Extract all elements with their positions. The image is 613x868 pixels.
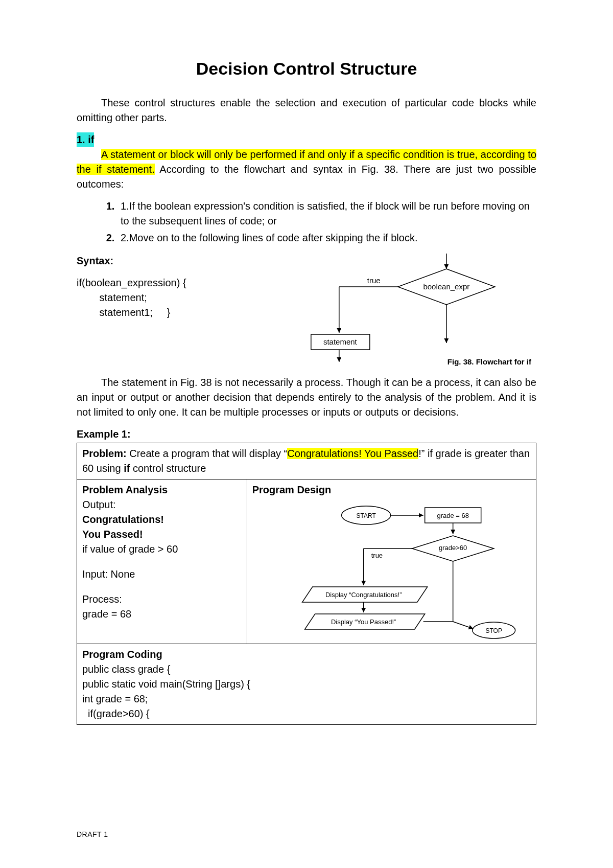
problem-highlight: Congratulations! You Passed	[287, 448, 418, 459]
analysis-heading: Problem Analysis	[82, 483, 242, 497]
svg-text:grade>60: grade>60	[439, 544, 467, 552]
if-description: A statement or block will only be perfor…	[77, 147, 536, 192]
svg-text:grade = 68: grade = 68	[437, 512, 469, 519]
svg-text:true: true	[371, 552, 382, 559]
svg-text:START: START	[356, 512, 376, 519]
problem-bold-if: if	[124, 463, 130, 474]
output-label: Output:	[82, 497, 242, 512]
outcome-2: 2.Move on to the following lines of code…	[117, 231, 536, 245]
coding-cell: Program Coding public class grade { publ…	[77, 644, 536, 725]
section-if-label: 1. if	[77, 132, 94, 147]
svg-line-25	[453, 622, 473, 629]
intro-paragraph: These control structures enable the sele…	[77, 96, 536, 125]
design-cell: Program Design START	[247, 479, 536, 644]
coding-code: public class grade { public static void …	[82, 662, 531, 721]
fig38-caption: Fig. 38. Flowchart for if	[447, 356, 531, 368]
problem-cell: Problem: Create a program that will disp…	[77, 443, 536, 479]
input-label: Input: None	[82, 567, 242, 582]
statement-box: statement	[323, 337, 358, 346]
coding-heading: Program Coding	[82, 647, 531, 662]
svg-text:STOP: STOP	[485, 627, 502, 634]
flowchart-if: boolean_expr true statement Fig. 38. Flo…	[290, 254, 536, 366]
process-label: Process:	[82, 592, 242, 607]
syntax-heading: Syntax:	[77, 254, 286, 268]
example-table: Problem: Create a program that will disp…	[77, 443, 536, 725]
output-cond: if value of grade > 60	[82, 542, 242, 557]
true-label: true	[367, 276, 381, 285]
problem-pre: Create a program that will display “	[127, 448, 288, 459]
outcomes-list: 1.If the boolean expression's condition …	[77, 199, 536, 245]
design-heading: Program Design	[252, 483, 531, 497]
paragraph-2: The statement in Fig. 38 is not necessar…	[77, 375, 536, 420]
svg-text:Display “Congratulations!”: Display “Congratulations!”	[325, 591, 402, 599]
svg-text:Display “You Passed!”: Display “You Passed!”	[331, 618, 396, 626]
program-design-flowchart: START grade = 68 grade>60 true	[252, 497, 531, 641]
example1-heading: Example 1:	[77, 427, 536, 442]
analysis-cell: Problem Analysis Output: Congratulations…	[77, 479, 247, 644]
process-value: grade = 68	[82, 607, 242, 622]
problem-label: Problem:	[82, 448, 127, 459]
syntax-code: if(boolean_expression) { statement; stat…	[77, 276, 286, 320]
footer-draft: DRAFT 1	[77, 829, 108, 839]
page-title: Decision Control Structure	[77, 56, 536, 81]
problem-post2: control structure	[130, 463, 206, 474]
output-line1: Congratulations!	[82, 512, 242, 527]
output-line2: You Passed!	[82, 527, 242, 542]
outcome-1: 1.If the boolean expression's condition …	[117, 199, 536, 229]
diamond-label: boolean_expr	[423, 282, 470, 291]
